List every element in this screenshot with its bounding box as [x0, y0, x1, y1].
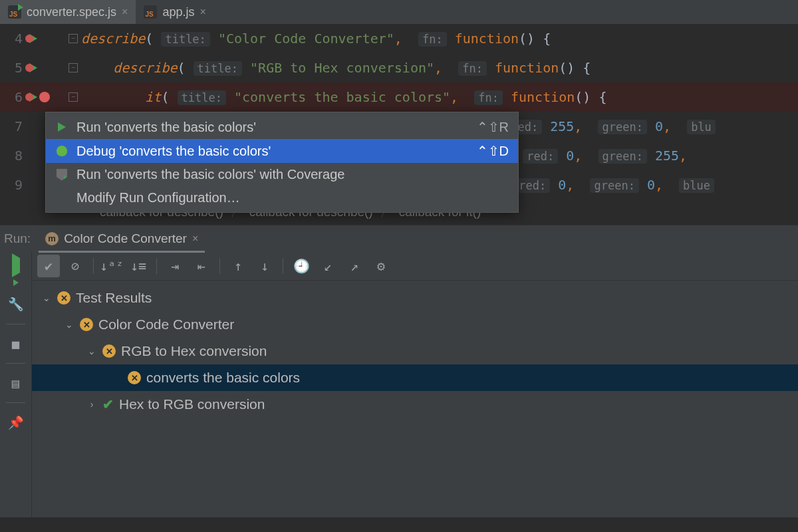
- menu-label: Debug 'converts the basic colors': [76, 144, 469, 159]
- menu-run-coverage[interactable]: Run 'converts the basic colors' with Cov…: [46, 163, 518, 186]
- tab-label: app.js: [162, 5, 194, 19]
- layout-icon[interactable]: ▤: [12, 376, 19, 390]
- tree-root[interactable]: ⌄ Test Results: [32, 285, 798, 311]
- line-number: 5: [0, 60, 28, 76]
- keyboard-shortcut: ⌃⇧R: [477, 119, 509, 135]
- code-line-4: describe( title: "Color Code Converter",…: [81, 31, 798, 47]
- menu-modify-config[interactable]: Modify Run Configuration…: [46, 186, 518, 209]
- sort-button[interactable]: ↓ᵃᶻ: [100, 255, 123, 277]
- tab-label: converter.spec.js: [27, 5, 116, 19]
- keyboard-shortcut: ⌃⇧D: [477, 143, 509, 159]
- menu-label: Run 'converts the basic colors' with Cov…: [76, 167, 509, 182]
- line-number: 6: [0, 89, 28, 105]
- chevron-down-icon[interactable]: ⌄: [86, 346, 97, 356]
- bug-icon: [57, 146, 67, 156]
- run-panel: 🔧 ■ ▤ 📌 ✔ ⊘ ↓ᵃᶻ ↓≡ ⇥ ⇤ ↑ ↓ 🕘 ↙ ↗ ⚙: [0, 251, 798, 517]
- tree-test[interactable]: converts the basic colors: [32, 364, 798, 391]
- menu-debug-test[interactable]: Debug 'converts the basic colors' ⌃⇧D: [46, 139, 518, 163]
- run-panel-header: Run: m Color Code Converter ×: [0, 225, 798, 251]
- tree-suite[interactable]: ⌄ Color Code Converter: [32, 311, 798, 338]
- collapse-all-button[interactable]: ⇤: [190, 255, 213, 277]
- js-file-icon: [144, 5, 157, 19]
- menu-label: Modify Run Configuration…: [76, 190, 509, 205]
- play-icon[interactable]: [12, 258, 20, 273]
- js-file-icon: [8, 5, 21, 19]
- panel-title: Run:: [4, 231, 31, 246]
- export-button[interactable]: ↗: [343, 255, 366, 277]
- expand-all-button[interactable]: ⇥: [164, 255, 186, 277]
- gutter-run-icon[interactable]: [28, 34, 65, 43]
- line-number: 8: [0, 148, 28, 164]
- gear-icon[interactable]: ⚙: [370, 255, 392, 277]
- test-toolbar: ✔ ⊘ ↓ᵃᶻ ↓≡ ⇥ ⇤ ↑ ↓ 🕘 ↙ ↗ ⚙: [32, 251, 798, 281]
- import-button[interactable]: ↙: [317, 255, 339, 277]
- status-fail-icon: [80, 318, 93, 331]
- next-failed-button[interactable]: ↓: [253, 255, 276, 277]
- tab-app-js[interactable]: app.js ×: [136, 0, 213, 24]
- wrench-icon[interactable]: 🔧: [8, 297, 24, 312]
- menu-run-test[interactable]: Run 'converts the basic colors' ⌃⇧R: [46, 115, 518, 139]
- status-fail-icon: [128, 371, 141, 384]
- history-button[interactable]: 🕘: [290, 255, 313, 277]
- close-icon[interactable]: ×: [122, 6, 128, 18]
- tree-suite[interactable]: ⌄ RGB to Hex conversion: [32, 338, 798, 364]
- close-icon[interactable]: ×: [192, 233, 198, 245]
- tree-label: Color Code Converter: [98, 317, 234, 332]
- shield-icon: [57, 169, 67, 181]
- fold-icon[interactable]: −: [68, 92, 78, 102]
- close-icon[interactable]: ×: [200, 6, 205, 18]
- mocha-icon: m: [45, 232, 59, 245]
- tree-label: RGB to Hex conversion: [121, 343, 267, 359]
- show-passed-button[interactable]: ✔: [37, 255, 60, 277]
- code-line-6: it( title: "converts the basic colors", …: [81, 89, 798, 105]
- chevron-down-icon[interactable]: ⌄: [41, 293, 52, 303]
- play-icon: [58, 122, 66, 132]
- tree-suite[interactable]: › ✔ Hex to RGB conversion: [32, 391, 798, 418]
- tree-label: Hex to RGB conversion: [119, 396, 265, 412]
- tree-label: converts the basic colors: [146, 370, 300, 386]
- line-number: 9: [0, 177, 28, 193]
- editor-tabs: converter.spec.js × app.js ×: [0, 0, 798, 24]
- run-config-tab[interactable]: m Color Code Converter ×: [39, 227, 205, 250]
- menu-label: Run 'converts the basic colors': [76, 120, 469, 135]
- tree-label: Test Results: [76, 290, 152, 306]
- gutter-run-icon[interactable]: [29, 92, 37, 102]
- fold-icon[interactable]: −: [68, 34, 78, 43]
- run-context-menu: Run 'converts the basic colors' ⌃⇧R Debu…: [45, 112, 519, 213]
- sort-suites-button[interactable]: ↓≡: [127, 255, 150, 277]
- line-number: 4: [0, 31, 28, 47]
- pin-icon[interactable]: 📌: [8, 415, 24, 430]
- stop-icon[interactable]: ■: [12, 336, 19, 351]
- code-line-5: describe( title: "RGB to Hex conversion"…: [81, 60, 798, 76]
- chevron-down-icon[interactable]: ⌄: [64, 319, 74, 330]
- chevron-right-icon[interactable]: ›: [86, 399, 97, 410]
- prev-failed-button[interactable]: ↑: [227, 255, 249, 277]
- run-actions-rail: 🔧 ■ ▤ 📌: [0, 251, 32, 517]
- status-pass-icon: ✔: [102, 396, 114, 412]
- run-tab-label: Color Code Converter: [64, 231, 187, 246]
- status-fail-icon: [102, 344, 116, 358]
- status-fail-icon: [57, 291, 70, 305]
- fold-icon[interactable]: −: [68, 63, 78, 72]
- show-ignored-button[interactable]: ⊘: [64, 255, 86, 277]
- line-number: 7: [0, 118, 28, 134]
- tab-converter-spec[interactable]: converter.spec.js ×: [0, 0, 136, 24]
- gutter-run-icon[interactable]: [28, 63, 65, 72]
- breakpoint-icon[interactable]: [39, 92, 50, 102]
- test-results-tree: ⌄ Test Results ⌄ Color Code Converter ⌄ …: [32, 281, 798, 422]
